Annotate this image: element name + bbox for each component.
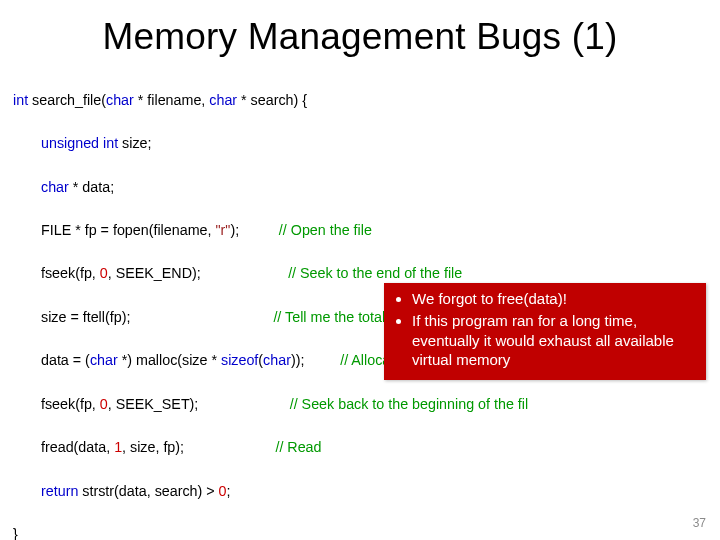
callout-box: We forgot to free(data)! If this program… — [384, 283, 706, 380]
code-line: int search_file(char * filename, char * … — [13, 90, 707, 112]
code-line: fseek(fp, 0, SEEK_SET); // Seek back to … — [13, 394, 707, 416]
code-line: fread(data, 1, size, fp); // Read — [13, 437, 707, 459]
code-line: char * data; — [13, 177, 707, 199]
code-line: } — [13, 524, 707, 540]
kw-int: int — [13, 92, 28, 108]
code-line: fseek(fp, 0, SEEK_END); // Seek to the e… — [13, 263, 707, 285]
callout-item: If this program ran for a long time, eve… — [412, 311, 696, 370]
slide: Memory Management Bugs (1) int search_fi… — [0, 0, 720, 540]
code-line: unsigned int size; — [13, 133, 707, 155]
page-number: 37 — [693, 516, 706, 530]
slide-title: Memory Management Bugs (1) — [0, 0, 720, 68]
code-line: FILE * fp = fopen(filename, "r"); // Ope… — [13, 220, 707, 242]
callout-item: We forgot to free(data)! — [412, 289, 696, 309]
code-line: return strstr(data, search) > 0; — [13, 481, 707, 503]
